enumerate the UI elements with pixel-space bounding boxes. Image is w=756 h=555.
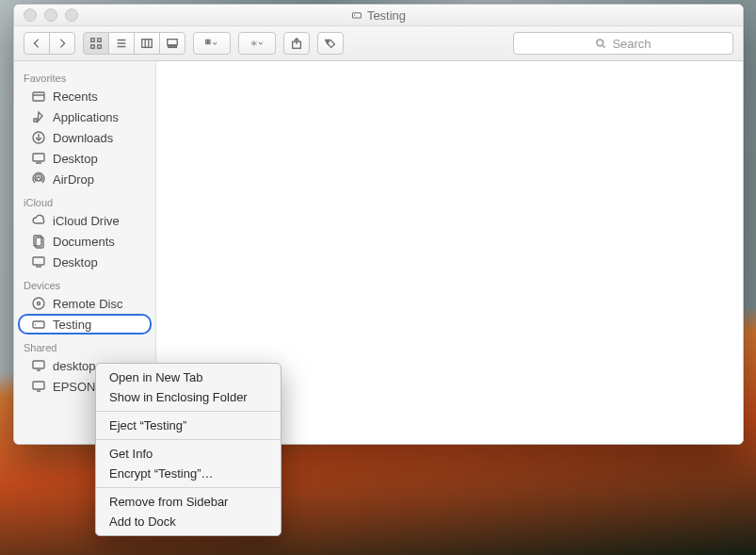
sidebar-item-label: EPSON (53, 380, 96, 394)
icon-view-button[interactable] (83, 32, 109, 55)
search-field[interactable]: Search (513, 32, 733, 55)
remote-disc-icon (31, 296, 46, 311)
context-menu-item[interactable]: Encrypt “Testing”… (96, 464, 281, 483)
sidebar-section-title: iCloud (14, 189, 155, 210)
titlebar: Testing (14, 5, 743, 26)
disk-icon (351, 9, 362, 21)
svg-rect-18 (206, 42, 208, 44)
sidebar-item-label: AirDrop (53, 172, 94, 187)
context-menu-item[interactable]: Open in New Tab (96, 367, 281, 387)
sidebar-item-desktop[interactable]: Desktop (18, 252, 152, 272)
sidebar-item-label: Testing (53, 318, 91, 332)
gallery-view-button[interactable] (159, 32, 185, 55)
window-title: Testing (14, 8, 743, 23)
svg-rect-2 (91, 39, 95, 42)
context-menu-separator (96, 411, 281, 412)
context-menu: Open in New TabShow in Enclosing FolderE… (95, 363, 281, 536)
back-button[interactable] (24, 32, 50, 55)
sidebar-item-recents[interactable]: Recents (18, 86, 152, 106)
search-icon (595, 38, 606, 49)
sidebar-item-label: Applications (53, 110, 119, 124)
svg-rect-26 (33, 92, 44, 101)
share-button[interactable] (283, 32, 310, 55)
svg-rect-41 (33, 361, 44, 368)
context-menu-item[interactable]: Eject “Testing” (96, 416, 281, 435)
sidebar-item-downloads[interactable]: Downloads (18, 127, 152, 148)
sidebar-section-title: Shared (14, 335, 155, 355)
svg-point-38 (38, 302, 40, 305)
search-placeholder: Search (612, 37, 651, 51)
context-menu-separator (96, 487, 281, 488)
sidebar-item-label: Recents (53, 90, 98, 104)
svg-line-25 (603, 45, 605, 47)
svg-rect-4 (91, 45, 95, 49)
sidebar-item-label: Documents (53, 235, 115, 249)
sidebar-item-icloud-drive[interactable]: iCloud Drive (18, 210, 152, 231)
sidebar-item-label: Downloads (53, 131, 113, 145)
recents-icon (31, 89, 46, 104)
toolbar: Search (14, 26, 743, 61)
svg-rect-17 (208, 40, 210, 41)
svg-point-37 (33, 298, 44, 309)
svg-rect-3 (98, 39, 102, 42)
svg-rect-13 (169, 46, 171, 48)
svg-point-32 (37, 177, 40, 181)
action-menu-button[interactable] (238, 32, 276, 55)
documents-icon (31, 234, 46, 249)
sidebar-item-documents[interactable]: Documents (18, 231, 152, 252)
display-icon (31, 358, 46, 373)
svg-point-23 (328, 41, 330, 42)
disk-icon (31, 317, 46, 332)
svg-rect-14 (171, 46, 174, 48)
context-menu-item[interactable]: Show in Enclosing Folder (96, 387, 281, 407)
tags-button[interactable] (317, 32, 344, 55)
window-title-text: Testing (367, 8, 406, 23)
applications-icon (31, 109, 46, 124)
sidebar-item-label: Desktop (53, 255, 98, 269)
sidebar-item-applications[interactable]: Applications (18, 106, 152, 127)
desktop-icon (31, 254, 46, 269)
svg-rect-30 (33, 154, 44, 161)
svg-rect-12 (168, 40, 178, 45)
sidebar-item-airdrop[interactable]: AirDrop (18, 169, 152, 189)
sidebar-item-testing[interactable]: Testing (18, 314, 152, 335)
svg-rect-19 (208, 42, 210, 44)
airdrop-icon (31, 171, 46, 187)
sidebar-item-remote-disc[interactable]: Remote Disc (18, 293, 152, 314)
desktop-icon (31, 151, 46, 166)
icloud-icon (31, 213, 46, 228)
svg-rect-15 (175, 46, 177, 48)
sidebar-item-label: iCloud Drive (53, 214, 120, 228)
sidebar-section-title: Favorites (14, 65, 155, 86)
action-group (238, 32, 276, 55)
sidebar-item-desktop[interactable]: Desktop (18, 148, 152, 169)
context-menu-item[interactable]: Remove from Sidebar (96, 492, 281, 512)
svg-rect-9 (142, 40, 153, 48)
context-menu-item[interactable]: Add to Dock (96, 512, 281, 531)
nav-group (24, 32, 75, 55)
svg-rect-16 (206, 40, 208, 41)
view-switch-group (83, 32, 185, 55)
downloads-icon (31, 130, 46, 145)
svg-point-20 (253, 42, 256, 45)
sidebar-item-label: Remote Disc (53, 297, 122, 311)
arrange-group (193, 32, 231, 55)
svg-rect-0 (352, 13, 361, 18)
svg-rect-39 (33, 321, 44, 328)
arrange-button[interactable] (193, 32, 231, 55)
sidebar-section-title: Devices (14, 272, 155, 293)
svg-point-24 (597, 40, 603, 46)
forward-button[interactable] (49, 32, 75, 55)
display-icon (31, 379, 46, 394)
svg-rect-35 (33, 257, 44, 265)
column-view-button[interactable] (134, 32, 160, 55)
svg-rect-5 (98, 45, 102, 49)
sidebar-item-label: Desktop (53, 152, 98, 166)
list-view-button[interactable] (108, 32, 135, 55)
context-menu-separator (96, 439, 281, 440)
context-menu-item[interactable]: Get Info (96, 444, 281, 464)
sidebar-item-label: desktop (53, 359, 96, 373)
svg-rect-43 (33, 382, 44, 389)
